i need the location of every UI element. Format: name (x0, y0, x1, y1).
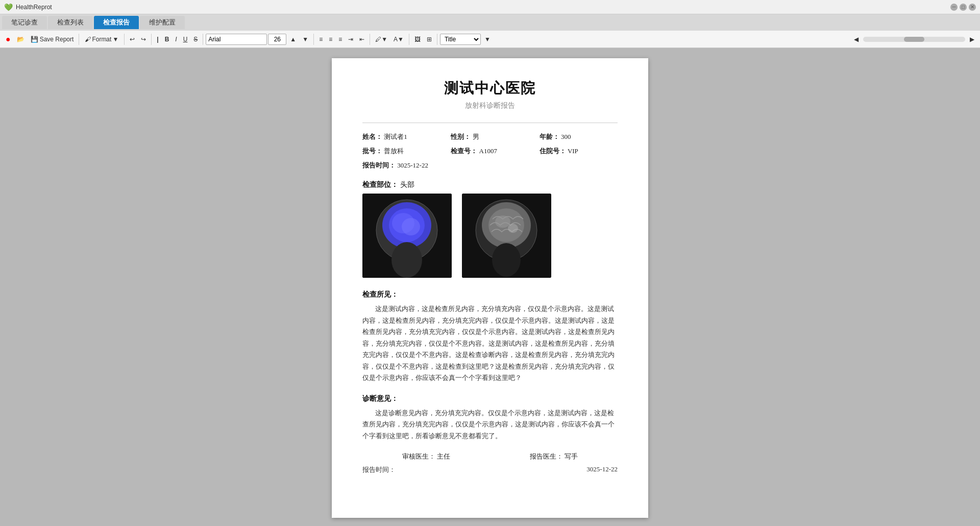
findings-content[interactable]: 这是测试内容，这是检查所见内容，充分填充内容，仅仅是个示意内容。这是测试内容，这… (362, 303, 618, 384)
svg-point-5 (402, 218, 420, 235)
exam-part-title: 检查部位： 头部 (362, 180, 618, 189)
footer-report-time: 报告时间： 3025-12-22 (362, 465, 618, 474)
patient-age-label: 年龄： (540, 133, 559, 140)
indent-button[interactable]: ⇥ (346, 33, 356, 46)
minimize-button[interactable]: ─ (950, 4, 958, 11)
svg-point-13 (508, 224, 518, 233)
patient-reporttime-label: 报告时间： (362, 161, 396, 169)
patient-gender-field: 性别： 男 (451, 130, 529, 144)
divider-2 (124, 34, 125, 45)
diagnosis-title: 诊断意见： (362, 394, 618, 403)
scrollbar-thumb[interactable] (904, 37, 924, 42)
bold-button[interactable]: B (162, 33, 172, 46)
font-size-up[interactable]: ▲ (287, 33, 299, 46)
divider-4 (203, 34, 203, 45)
color-button-red[interactable]: ● (3, 33, 13, 46)
brain-svg-left (362, 194, 452, 278)
findings-title: 检查所见： (362, 290, 618, 299)
save-icon: 💾 (31, 36, 38, 43)
underline-button[interactable]: U (181, 33, 190, 46)
svg-point-12 (495, 216, 510, 228)
toolbar: ● 📂 💾 Save Report 🖌 Format ▼ ↩ ↪ | B I U… (0, 31, 980, 48)
divider-1 (79, 34, 79, 45)
scrollbar-track (863, 37, 965, 42)
brain-image-left (362, 194, 452, 278)
diagnosis-content[interactable]: 这是诊断意见内容，充分填充完内容。仅仅是个示意内容，这是测试内容，这是检查所见内… (362, 408, 618, 442)
style-dropdown-btn[interactable]: ▼ (482, 33, 493, 46)
patient-inpatient-label: 住院号： (540, 147, 566, 155)
format-icon: 🖌 (85, 36, 91, 43)
highlight-button[interactable]: 🖊 ▼ (373, 33, 390, 46)
patient-age-field: 年龄： 300 (540, 130, 618, 144)
images-row (362, 194, 618, 278)
divider-5 (313, 34, 314, 45)
patient-id-value: 普放科 (384, 147, 404, 155)
tab-list[interactable]: 检查列表 (48, 16, 93, 29)
undo-button[interactable]: ↩ (127, 33, 137, 46)
font-color-button[interactable]: A▼ (391, 33, 406, 46)
brain-svg-right (462, 194, 551, 278)
save-report-label: Save Report (40, 36, 74, 43)
line-break-button[interactable]: | (154, 33, 161, 46)
italic-button[interactable]: I (173, 33, 179, 46)
tab-bar: 笔记诊查 检查列表 检查报告 维护配置 (0, 14, 980, 31)
report-doctor-label: 报告医生： (530, 452, 563, 460)
patient-id-field: 批号： 普放科 (362, 145, 440, 158)
footer-time-label: 报告时间： (362, 465, 396, 474)
align-right-button[interactable]: ≡ (336, 33, 345, 46)
patient-inpatient-value: VIP (568, 147, 578, 155)
align-center-button[interactable]: ≡ (326, 33, 335, 46)
align-left-button[interactable]: ≡ (316, 33, 325, 46)
format-button[interactable]: 🖌 Format ▼ (82, 33, 121, 46)
scroll-left-btn[interactable]: ◀ (851, 33, 861, 46)
review-doctor: 审核医生： 主任 (402, 452, 450, 461)
patient-name-label: 姓名： (362, 133, 382, 140)
patient-row-1: 姓名： 测试者1 性别： 男 年龄： 300 (362, 130, 618, 144)
patient-gender-label: 性别： (451, 133, 471, 140)
scroll-area: ◀ ▶ (851, 33, 977, 46)
app-icon: 💚 (4, 3, 13, 11)
table-button[interactable]: ⊞ (424, 33, 434, 46)
review-doctor-value: 主任 (437, 452, 450, 460)
highlight-dropdown-icon: ▼ (381, 36, 387, 43)
patient-name-field: 姓名： 测试者1 (362, 130, 440, 144)
open-button[interactable]: 📂 (14, 33, 27, 46)
svg-point-15 (492, 243, 521, 277)
save-report-button[interactable]: 💾 Save Report (28, 33, 77, 46)
content-area: 测试中心医院 放射科诊断报告 姓名： 测试者1 性别： 男 年龄： 300 (0, 48, 980, 526)
image-button[interactable]: 🖼 (412, 33, 423, 46)
close-button[interactable]: ✕ (969, 4, 976, 11)
outdent-button[interactable]: ⇤ (357, 33, 367, 46)
patient-reporttime-value: 3025-12-22 (397, 161, 428, 169)
font-size-input[interactable] (268, 34, 286, 45)
maximize-button[interactable]: □ (960, 4, 967, 11)
report-type: 放射科诊断报告 (362, 101, 618, 110)
brain-image-right (462, 194, 551, 278)
patient-examno-field: 检查号： A1007 (451, 145, 529, 158)
patient-id-label: 批号： (362, 147, 382, 155)
divider-7 (409, 34, 409, 45)
font-selector[interactable] (206, 34, 267, 45)
patient-examno-label: 检查号： (451, 147, 477, 155)
tab-report[interactable]: 检查报告 (94, 16, 139, 29)
patient-info: 姓名： 测试者1 性别： 男 年龄： 300 批号： 普放科 检查号 (362, 130, 618, 173)
document: 测试中心医院 放射科诊断报告 姓名： 测试者1 性别： 男 年龄： 300 (332, 58, 648, 518)
font-size-down[interactable]: ▼ (300, 33, 311, 46)
redo-button[interactable]: ↪ (138, 33, 149, 46)
style-dropdown[interactable]: Title (440, 34, 481, 45)
svg-point-7 (391, 242, 422, 278)
title-bar: 💚 HealthReprot ─ □ ✕ (0, 0, 980, 14)
tab-config[interactable]: 维护配置 (140, 16, 185, 29)
tab-notes[interactable]: 笔记诊查 (2, 16, 47, 29)
window-controls: ─ □ ✕ (950, 4, 976, 11)
report-doctor: 报告医生： 写手 (530, 452, 578, 461)
signature-area: 审核医生： 主任 报告医生： 写手 (362, 452, 618, 461)
exam-part-label: 检查部位： (362, 181, 398, 188)
header-divider (362, 123, 618, 123)
review-doctor-label: 审核医生： (402, 452, 435, 460)
patient-examno-value: A1007 (479, 147, 497, 155)
divider-8 (437, 34, 437, 45)
app-title: HealthReprot (16, 4, 52, 11)
scroll-right-btn[interactable]: ▶ (967, 33, 977, 46)
strikethrough-button[interactable]: S (191, 33, 200, 46)
